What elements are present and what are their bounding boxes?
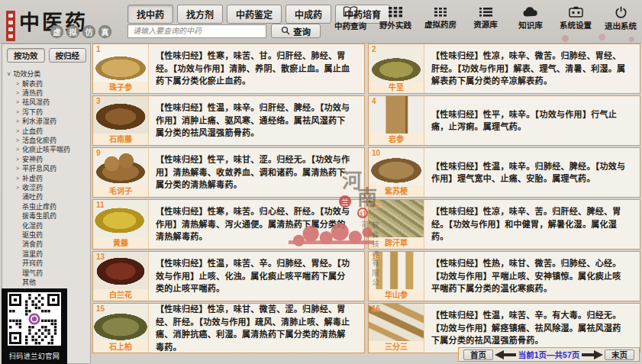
sidebar-category-item[interactable]: >清热药 <box>7 88 90 97</box>
card-number: 4 <box>372 97 376 105</box>
herb-card[interactable]: 3石南藤【性味归经】性温，味辛。归肝经、脾经。【功效与作用】消肿止痛、驱风寒、通… <box>92 95 365 146</box>
herb-name: 石南藤 <box>93 134 148 145</box>
settings-icon <box>569 6 583 19</box>
nav-find-formula-button[interactable]: 找方剂 <box>177 5 223 24</box>
herb-name: 三分三 <box>369 341 424 353</box>
toolbar-item-label: 系统设置 <box>560 19 592 31</box>
herb-card[interactable]: 9毛诃子【性味归经】性平，味甘、涩。归经无。【功效与作用】清热解毒、收敛养血、调… <box>92 147 365 198</box>
herb-card[interactable]: 12辟汗草【性味归经】性凉，味辛、苦。归肝经、脾经、胃经。【功效与作用】和中健胃… <box>368 199 640 250</box>
book-icon <box>343 6 358 20</box>
logo-subtitle-badge: 真 <box>98 25 111 38</box>
herb-card[interactable]: 4岩参【性味归经】性平，味辛。【功效与作用】行气止痛，止泻痢。属理气药。 <box>368 95 640 146</box>
sidebar-category-item[interactable]: 拔毒生肌药 <box>7 211 90 220</box>
previous-page-arrow-icon[interactable] <box>495 350 516 359</box>
herb-description: 【性味归经】性热，味甘、微苦。归肺经、心经。【功效与作用】平喘止咳、安神镇惊。属… <box>424 252 640 301</box>
expand-icon: > <box>16 137 20 143</box>
pharmacy-grid-icon <box>434 6 447 18</box>
herb-photo-image <box>93 96 148 134</box>
herb-photo: 牛至 <box>369 44 424 93</box>
toolbar-item-herb-query[interactable]: 中药查询 <box>333 6 368 31</box>
card-number: 11 <box>96 201 105 209</box>
toolbar-item-knowledge-base[interactable]: 知识库 <box>513 6 548 31</box>
herb-description: 【性味归经】性平，味甘、涩。归经无。【功效与作用】清热解毒、收敛养血、调和诸药。… <box>149 148 364 197</box>
sidebar-category-label: 温里药 <box>22 249 43 259</box>
toolbar-item-exit-system[interactable]: 退出系统 <box>603 6 638 31</box>
toolbar-item-virtual-pharmacy[interactable]: 虚拟药房 <box>423 6 458 31</box>
sidebar-category-item[interactable]: 驱虫药 <box>7 230 90 239</box>
sidebar-category-item[interactable]: >补虚药 <box>7 173 90 182</box>
sidebar-category-item[interactable]: >安神药 <box>7 154 90 163</box>
sidebar-category-item[interactable]: 涌吐药 <box>7 192 90 201</box>
last-page-button[interactable]: 末页 <box>605 350 634 360</box>
next-page-arrow-icon[interactable] <box>582 350 603 359</box>
logo-subtitle-badge: 仿 <box>82 25 95 38</box>
expand-icon: > <box>16 90 20 95</box>
sidebar-category-item[interactable]: 温里药 <box>7 249 90 258</box>
sidebar-tabs: 按功效 按归经 <box>2 44 90 66</box>
sidebar-category-label: 平肝息风药 <box>22 163 56 173</box>
expand-icon: > <box>16 147 20 152</box>
toolbar-item-label: 中药查询 <box>334 20 366 31</box>
page-status: 当前1页—共57页 <box>518 349 580 360</box>
category-tree: ∨ 功效分类 >解表药>清热药>祛风湿药>泻下药>利水渗湿药>止血药>活血化瘀药… <box>2 66 90 287</box>
tree-root-node[interactable]: ∨ 功效分类 <box>7 69 90 79</box>
search-button[interactable]: 查询 <box>271 24 321 38</box>
header: 中医药 虚拟仿真 找中药 找方剂 中药鉴定 中成药 中药培育 查询 中药查询 野… <box>0 0 642 43</box>
herb-card[interactable]: 1珠子参【性味归经】性寒，味苦、甘。归肝经、肺经、胃经。【功效与作用】清肺、养阴… <box>92 43 365 94</box>
herb-card[interactable]: 15石上柏【性味归经】性凉，味甘、微苦、涩。归肺经、胃经、肝经。【功效与作用】疏… <box>92 303 365 353</box>
sidebar-category-item[interactable]: >泻下药 <box>7 107 90 116</box>
nav-patent-medicine-button[interactable]: 中成药 <box>286 5 331 24</box>
sidebar-category-item[interactable]: >解表药 <box>7 79 90 88</box>
card-number: 9 <box>96 149 101 157</box>
herb-description: 【性味归经】性平，味辛。【功效与作用】行气止痛，止泻痢。属理气药。 <box>424 96 640 145</box>
nav-herb-identify-button[interactable]: 中药鉴定 <box>227 5 282 24</box>
cloud-icon <box>522 6 539 19</box>
tab-by-effect[interactable]: 按功效 <box>7 48 45 63</box>
sidebar-category-label: 其他 <box>22 277 36 287</box>
herb-description: 【性味归经】性温，味苦、辛。归肺经、胃经。【功效与作用】止咳、化浊。属化痰止咳平… <box>149 252 364 301</box>
sidebar-category-item[interactable]: >收涩药 <box>7 182 90 192</box>
herb-description: 【性味归经】性温，味苦、辛。有大毒。归经无。【功效与作用】解痉镇痛、祛风除湿。属… <box>424 304 640 353</box>
expand-icon: > <box>16 156 20 162</box>
sidebar-category-label: 利水渗湿药 <box>22 116 56 126</box>
sidebar-category-item[interactable]: >止血药 <box>7 126 90 135</box>
expand-icon: > <box>16 99 20 105</box>
herb-photo-image <box>369 44 424 82</box>
card-number: 10 <box>372 149 380 157</box>
sidebar-category-item[interactable]: 理气药 <box>7 268 90 277</box>
herb-card[interactable]: 13白兰花【性味归经】性温，味苦、辛。归肺经、胃经。【功效与作用】止咳、化浊。属… <box>92 251 365 301</box>
card-number: 12 <box>372 201 380 209</box>
toolbar-item-field-practice[interactable]: 野外实践 <box>378 6 413 31</box>
herb-card[interactable]: 11黄藤【性味归经】性寒，味苦。归心经、肝经。【功效与作用】清热解毒、泻火通便。… <box>92 199 365 250</box>
tab-by-meridian[interactable]: 按归经 <box>49 48 87 63</box>
herb-card[interactable]: 10紫苏梗【性味归经】性温，味辛。归肺经、脾经。【功效与作用】理气宽中、止痛、安… <box>368 147 640 198</box>
sidebar-category-item[interactable]: 其他 <box>7 277 90 286</box>
herb-card[interactable]: 2牛至【性味归经】性凉，味辛、微苦。归肺经、胃经、肝经。【功效与作用】解表、理气… <box>368 43 640 94</box>
search-button-label: 查询 <box>293 25 311 37</box>
sidebar-category-item[interactable]: 消食药 <box>7 240 90 249</box>
sidebar-category-item[interactable]: 杀虫止痒药 <box>7 201 90 211</box>
main-content: 1珠子参【性味归经】性寒，味苦、甘。归肝经、肺经、胃经。【功效与作用】清肺、养阴… <box>92 43 640 364</box>
sidebar-category-item[interactable]: >平肝息风药 <box>7 164 90 173</box>
sidebar-category-item[interactable]: >活血化瘀药 <box>7 135 90 144</box>
sidebar-category-item[interactable]: 化湿药 <box>7 221 90 230</box>
herb-photo: 珠子参 <box>93 44 149 93</box>
grid-icon <box>389 6 402 19</box>
herb-description: 【性味归经】性凉，味辛、苦。归肝经、脾经、胃经。【功效与作用】和中健胃，解暑化湿… <box>424 200 640 249</box>
sidebar-category-item[interactable]: >化痰止咳平喘药 <box>7 145 90 154</box>
expand-icon: > <box>16 81 20 86</box>
qr-caption: 扫码进兰幻官网 <box>9 351 60 361</box>
toolbar-item-system-settings[interactable]: 系统设置 <box>558 6 593 31</box>
herb-card[interactable]: 14华山参【性味归经】性热，味甘、微苦。归肺经、心经。【功效与作用】平喘止咳、安… <box>368 251 640 301</box>
first-page-button[interactable]: 首页 <box>463 350 493 360</box>
card-number: 2 <box>372 45 376 53</box>
herb-name: 岩参 <box>369 134 424 145</box>
sidebar-category-item[interactable]: >利水渗湿药 <box>7 117 90 126</box>
sidebar-category-item[interactable]: 开窍药 <box>7 258 90 267</box>
search-input[interactable] <box>127 24 266 38</box>
nav-find-herb-button[interactable]: 找中药 <box>127 5 173 24</box>
toolbar-item-resource-library[interactable]: 资源库 <box>468 6 503 31</box>
herb-name: 华山参 <box>369 289 424 301</box>
herb-card[interactable]: 16三分三【性味归经】性温，味苦、辛。有大毒。归经无。【功效与作用】解痉镇痛、祛… <box>368 303 640 353</box>
sidebar-category-item[interactable]: >祛风湿药 <box>7 98 90 107</box>
